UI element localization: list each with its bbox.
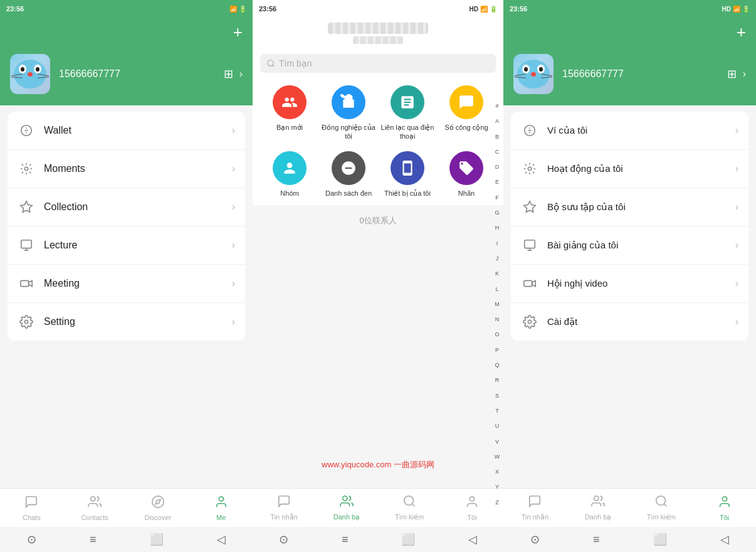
svg-marker-2: [21, 201, 32, 212]
menu-item-moments[interactable]: Moments ›: [8, 150, 245, 188]
tab-me-left[interactable]: Me: [189, 489, 253, 527]
contact-nhom[interactable]: Nhóm: [263, 151, 317, 198]
menu-item-lecture[interactable]: Lecture ›: [8, 226, 245, 265]
tab-tim-kiem-middle[interactable]: Tìm kiếm: [378, 489, 441, 527]
status-icons-right: HD 📶 🔋: [722, 6, 750, 13]
menu-item-wallet[interactable]: Wallet ›: [8, 112, 245, 150]
status-bar-left: 23:56 📶 🔋: [0, 0, 253, 18]
profile-actions-right: ⊞ ›: [727, 67, 746, 81]
nav-back-middle[interactable]: ⊙: [279, 533, 288, 546]
tab-chats-left[interactable]: Chats: [0, 489, 63, 527]
nav-triangle-right[interactable]: ◁: [720, 533, 729, 546]
menu-item-bo-suu-tap[interactable]: Bộ sưu tập của tôi ›: [511, 188, 748, 226]
menu-item-bai-giang[interactable]: Bài giảng của tôi ›: [511, 226, 748, 265]
profile-row-right[interactable]: 15666667777 ⊞ ›: [503, 49, 756, 105]
so-cong-cong-icon: [449, 85, 483, 119]
meeting-icon: [18, 275, 35, 292]
svg-point-20: [594, 496, 599, 501]
collection-icon: [18, 198, 35, 216]
alphabet-sidebar: # A B C D E F G H I J K L M N O P Q R S …: [491, 100, 503, 508]
menu-item-collection[interactable]: Collection ›: [8, 188, 245, 226]
profile-phone-right: 15666667777: [562, 68, 718, 80]
svg-point-21: [656, 496, 666, 506]
add-button-left[interactable]: +: [233, 24, 243, 40]
nav-triangle-left[interactable]: ◁: [217, 533, 226, 546]
bottom-tabs-left: Chats Contacts Discover: [0, 488, 253, 527]
menu-item-hoat-dong[interactable]: Hoạt động của tôi ›: [511, 150, 748, 188]
tin-nhan-tab-label: Tin nhắn: [270, 513, 297, 521]
contacts-grid: Bạn mới Đồng nghiệp của tôi Liên lạc qua…: [253, 78, 503, 205]
tab-danh-ba-right[interactable]: Danh bạ: [567, 489, 630, 527]
nav-back-left[interactable]: ⊙: [27, 533, 36, 546]
danh-ba-right-icon: [591, 494, 605, 512]
svg-marker-16: [524, 201, 535, 212]
time-left: 23:56: [6, 5, 24, 13]
contact-danh-sach-den[interactable]: Danh sách đen: [322, 151, 375, 198]
lien-lac-label: Liên lạc qua điện thoại: [381, 123, 434, 141]
hoat-dong-icon: [521, 160, 538, 178]
add-button-right[interactable]: +: [737, 24, 746, 40]
chevron-bai-giang: ›: [735, 240, 738, 251]
contact-ban-moi[interactable]: Bạn mới: [263, 85, 317, 141]
watermark: www.yiqucode.com 一曲源码网: [322, 459, 434, 470]
tim-kiem-tab-label: Tìm kiếm: [395, 513, 424, 521]
menu-item-meeting[interactable]: Meeting ›: [8, 265, 245, 303]
chats-tab-label: Chats: [23, 514, 41, 521]
search-icon: [266, 59, 275, 68]
tab-danh-ba-middle[interactable]: Danh bạ: [315, 489, 378, 527]
nav-home-left[interactable]: ≡: [90, 533, 97, 546]
nav-triangle-middle[interactable]: ◁: [468, 533, 477, 546]
menu-item-vi-cua-toi[interactable]: Ví của tôi ›: [511, 112, 748, 150]
menu-item-hoi-nghi[interactable]: Hội nghị video ›: [511, 265, 748, 303]
tin-nhan-right-icon: [528, 494, 542, 512]
svg-rect-4: [21, 280, 29, 286]
tin-nhan-tab-icon: [277, 494, 291, 512]
nav-home-middle[interactable]: ≡: [342, 533, 349, 546]
qr-icon-right[interactable]: ⊞: [727, 67, 737, 81]
contact-so-cong-cong[interactable]: Số công cộng: [439, 85, 493, 141]
danh-sach-den-icon: [332, 151, 365, 185]
contact-nhan[interactable]: Nhãn: [439, 151, 493, 198]
menu-item-cai-dat[interactable]: Cài đặt ›: [511, 303, 748, 341]
svg-point-12: [404, 496, 414, 506]
tab-tin-nhan-middle[interactable]: Tin nhắn: [253, 489, 315, 527]
svg-point-6: [91, 496, 95, 501]
dong-nghiep-icon: [332, 85, 365, 119]
right-panel: 23:56 HD 📶 🔋 +: [503, 0, 756, 552]
tim-kiem-right-label: Tìm kiếm: [647, 513, 676, 521]
qr-icon-left[interactable]: ⊞: [224, 67, 233, 81]
tab-tin-nhan-right[interactable]: Tin nhắn: [503, 489, 567, 527]
nav-bar-right: ⊙ ≡ ⬜ ◁: [503, 527, 756, 552]
chats-tab-icon: [24, 495, 38, 512]
nav-back-right[interactable]: ⊙: [530, 533, 540, 546]
menu-item-setting[interactable]: Setting ›: [8, 303, 245, 341]
nav-square-middle[interactable]: ⬜: [401, 533, 415, 546]
thiet-bi-label: Thiết bị của tôi: [384, 189, 431, 198]
lecture-label: Lecture: [44, 240, 232, 251]
tab-tim-kiem-right[interactable]: Tìm kiếm: [630, 489, 693, 527]
nav-home-right[interactable]: ≡: [593, 533, 600, 546]
tab-contacts-left[interactable]: Contacts: [63, 489, 127, 527]
svg-rect-3: [21, 240, 32, 248]
contact-lien-lac[interactable]: Liên lạc qua điện thoại: [381, 85, 434, 141]
profile-info-right: 15666667777: [562, 68, 718, 80]
svg-marker-8: [155, 499, 160, 504]
profile-row-left[interactable]: 15666667777 ⊞ ›: [0, 49, 253, 105]
contacts-tab-label: Contacts: [81, 514, 108, 521]
svg-rect-17: [525, 240, 535, 248]
toi-right-icon: [718, 495, 732, 512]
nav-square-right[interactable]: ⬜: [653, 533, 667, 546]
bai-giang-icon: [521, 236, 538, 254]
svg-point-7: [152, 496, 164, 507]
svg-point-10: [268, 60, 273, 66]
contact-thiet-bi[interactable]: Thiết bị của tôi: [381, 151, 434, 198]
contact-dong-nghiep[interactable]: Đồng nghiệp của tôi: [322, 85, 375, 141]
tab-discover-left[interactable]: Discover: [127, 489, 190, 527]
search-bar: Tìm bạn: [253, 49, 503, 78]
blurred-sub: [353, 36, 403, 44]
lecture-icon: [18, 236, 35, 254]
tab-toi-right[interactable]: Tôi: [693, 489, 756, 527]
wallet-label: Wallet: [44, 125, 232, 136]
nav-square-left[interactable]: ⬜: [150, 533, 164, 546]
search-input-wrapper[interactable]: Tìm bạn: [260, 54, 496, 73]
